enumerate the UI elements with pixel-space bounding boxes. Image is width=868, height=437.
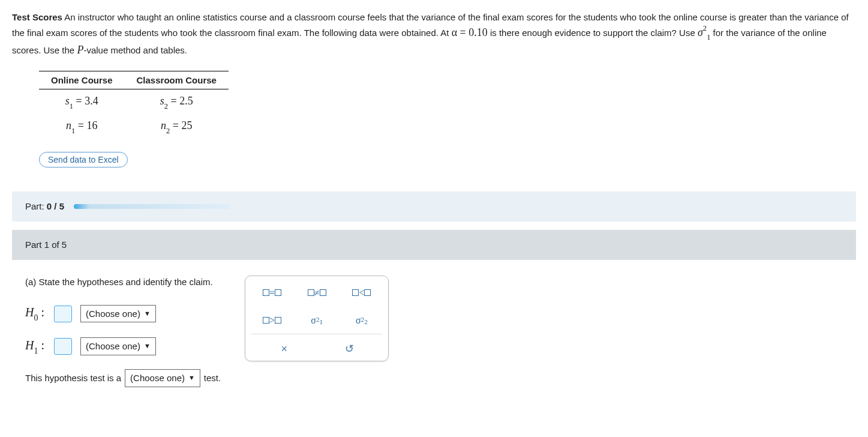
part-header: Part 1 of 5 (12, 230, 856, 260)
problem-statement: Test Scores An instructor who taught an … (12, 11, 856, 58)
palette-sigma-sq-1[interactable]: σ21 (311, 312, 323, 329)
h1-claim-dropdown[interactable]: (Choose one)▼ (80, 337, 156, 355)
h0-claim-dropdown[interactable]: (Choose one)▼ (80, 305, 156, 323)
table-row: s1 = 3.4 s2 = 2.5 (39, 89, 229, 114)
palette-not-equal[interactable]: ≠ (308, 285, 326, 301)
palette-clear-button[interactable]: × (274, 340, 295, 357)
send-to-excel-button[interactable]: Send data to Excel (39, 152, 128, 167)
palette-less-than[interactable]: < (352, 285, 371, 301)
test-type-dropdown[interactable]: (Choose one)▼ (125, 369, 200, 387)
progress-label: Part: 0 / 5 (25, 200, 64, 213)
palette-sigma-sq-2[interactable]: σ22 (356, 312, 368, 329)
h0-answer-input[interactable] (54, 306, 72, 322)
problem-title: Test Scores (12, 12, 62, 22)
chevron-down-icon: ▼ (144, 342, 151, 351)
part-progress-bar: Part: 0 / 5 (12, 191, 856, 222)
prompt-a: (a) State the hypotheses and identify th… (25, 276, 221, 289)
col-header-classroom: Classroom Course (125, 71, 229, 89)
test-type-sentence: This hypothesis test is a (Choose one)▼ … (25, 369, 221, 387)
h1-label: H1 : (25, 337, 46, 356)
palette-reset-button[interactable]: ↺ (340, 340, 360, 357)
h1-answer-input[interactable] (54, 338, 72, 355)
palette-equals[interactable]: = (263, 285, 281, 301)
chevron-down-icon: ▼ (144, 309, 151, 319)
data-table: Online Course Classroom Course s1 = 3.4 … (39, 71, 229, 139)
h0-label: H0 : (25, 304, 46, 323)
close-icon: × (281, 341, 287, 357)
h0-row: H0 : (Choose one)▼ (25, 304, 221, 323)
chevron-down-icon: ▼ (188, 373, 195, 383)
progress-track (74, 204, 230, 209)
palette-greater-than[interactable]: > (263, 312, 281, 329)
reset-icon: ↺ (345, 341, 354, 357)
table-row: n1 = 16 n2 = 25 (39, 114, 229, 139)
symbol-palette: = ≠ < > σ21 σ22 × ↺ (245, 276, 389, 361)
col-header-online: Online Course (39, 71, 125, 89)
h1-row: H1 : (Choose one)▼ (25, 337, 221, 356)
